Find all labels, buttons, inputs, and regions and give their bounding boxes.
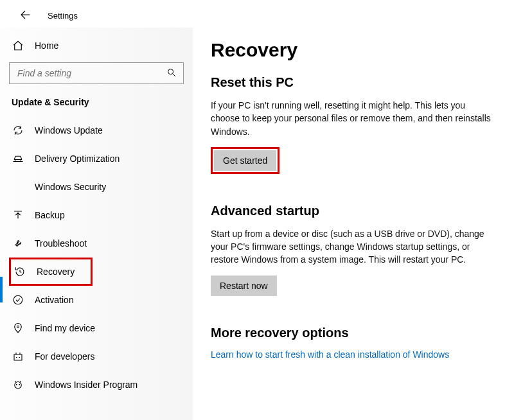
sidebar-item-label: For developers xyxy=(35,351,94,362)
sidebar-item-activation[interactable]: Activation xyxy=(9,286,184,314)
sidebar-item-windows-insider[interactable]: Windows Insider Program xyxy=(9,371,184,399)
home-icon xyxy=(12,39,24,52)
sidebar-item-label: Activation xyxy=(35,295,74,305)
back-button[interactable] xyxy=(19,9,31,22)
sidebar-item-label: Recovery xyxy=(37,267,75,277)
recovery-icon xyxy=(13,265,26,278)
active-indicator xyxy=(0,277,3,302)
svg-point-0 xyxy=(168,69,173,74)
svg-point-3 xyxy=(15,382,22,389)
more-heading: More recovery options xyxy=(211,326,496,340)
sidebar-item-label: Windows Update xyxy=(35,125,103,136)
reset-body: If your PC isn't running well, resetting… xyxy=(211,99,496,138)
advanced-heading: Advanced startup xyxy=(211,204,496,218)
reset-heading: Reset this PC xyxy=(211,75,496,90)
restart-now-button[interactable]: Restart now xyxy=(211,276,277,296)
sidebar-item-windows-update[interactable]: Windows Update xyxy=(9,116,184,144)
check-circle-icon xyxy=(12,293,24,306)
sidebar-item-backup[interactable]: Backup xyxy=(9,201,184,229)
sidebar-item-label: Troubleshoot xyxy=(35,238,87,249)
sidebar-item-label: Windows Insider Program xyxy=(35,380,137,390)
window-title: Settings xyxy=(48,11,78,21)
sidebar-item-label: Delivery Optimization xyxy=(35,153,120,164)
sidebar-item-label: Find my device xyxy=(35,323,95,333)
backup-icon xyxy=(12,209,24,222)
location-icon xyxy=(12,322,24,335)
sidebar-item-delivery-optimization[interactable]: Delivery Optimization xyxy=(9,144,184,173)
sidebar-home[interactable]: Home xyxy=(9,33,184,58)
sidebar-home-label: Home xyxy=(35,40,58,51)
page-title: Recovery xyxy=(211,39,496,61)
search-icon xyxy=(166,67,177,80)
fresh-install-link[interactable]: Learn how to start fresh with a clean in… xyxy=(211,349,496,360)
shield-icon xyxy=(12,180,24,193)
sidebar-item-find-my-device[interactable]: Find my device xyxy=(9,314,184,342)
developer-icon xyxy=(12,350,24,363)
svg-point-5 xyxy=(19,384,20,385)
sidebar-item-windows-security[interactable]: Windows Security xyxy=(9,173,184,201)
svg-point-1 xyxy=(13,295,22,304)
sidebar-item-recovery[interactable]: Recovery xyxy=(9,258,93,286)
delivery-icon xyxy=(12,152,24,165)
insider-icon xyxy=(12,378,24,391)
svg-point-2 xyxy=(17,326,19,328)
search-input[interactable] xyxy=(16,67,166,79)
get-started-button[interactable]: Get started xyxy=(214,150,276,171)
wrench-icon xyxy=(12,237,24,250)
sidebar-item-label: Windows Security xyxy=(35,182,106,192)
svg-point-4 xyxy=(16,384,17,385)
reset-button-highlight: Get started xyxy=(211,147,279,174)
advanced-body: Start up from a device or disc (such as … xyxy=(211,227,496,267)
sidebar-item-label: Backup xyxy=(35,210,65,220)
sync-icon xyxy=(12,124,24,137)
sidebar-item-for-developers[interactable]: For developers xyxy=(9,342,184,371)
sidebar-category: Update & Security xyxy=(9,91,184,116)
search-input-wrap[interactable] xyxy=(9,62,184,84)
sidebar-item-troubleshoot[interactable]: Troubleshoot xyxy=(9,229,184,258)
